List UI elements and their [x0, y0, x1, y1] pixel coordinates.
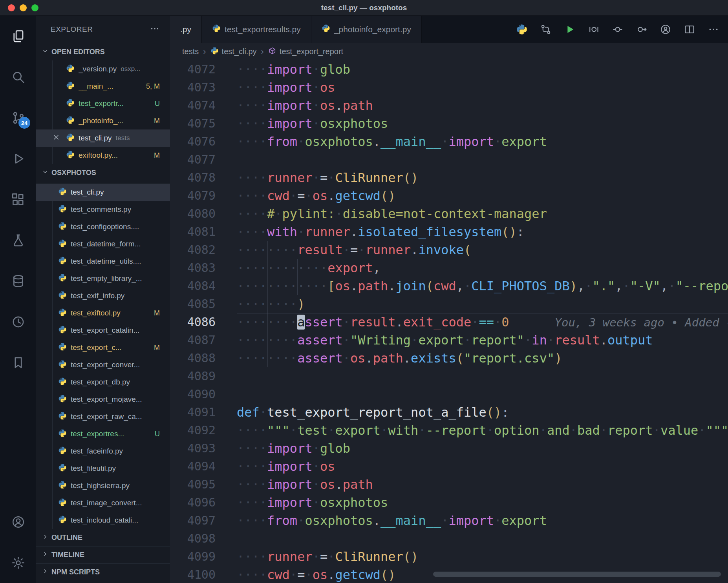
horizontal-scrollbar[interactable]	[433, 572, 721, 577]
extensions-icon[interactable]	[0, 179, 36, 220]
run-python-file-icon[interactable]	[564, 24, 576, 35]
section-header-npm-scripts[interactable]: NPM SCRIPTS	[36, 563, 170, 581]
files-section-header[interactable]: OSXPHOTOS	[36, 164, 170, 181]
code-line-4083[interactable]: 4083············export,	[170, 259, 728, 277]
line-number[interactable]: 4076	[170, 133, 237, 151]
settings-icon[interactable]	[0, 542, 36, 583]
more-actions-icon[interactable]	[150, 24, 160, 36]
close-editor-icon[interactable]	[52, 133, 60, 144]
file-tree-item[interactable]: test_exif_info.py	[36, 287, 170, 304]
file-tree-item[interactable]: test_image_convert...	[36, 494, 170, 512]
line-number[interactable]: 4092	[170, 421, 237, 439]
interactive-window-left-icon[interactable]	[588, 24, 600, 35]
line-number[interactable]: 4073	[170, 78, 237, 97]
code-line-4076[interactable]: 4076····from·osxphotos.__main__·import·e…	[170, 133, 728, 151]
code-line-4099[interactable]: 4099····runner·=·CliRunner()	[170, 548, 728, 566]
code-line-4081[interactable]: 4081····with·runner.isolated_filesystem(…	[170, 223, 728, 241]
code-line-4093[interactable]: 4093····import·glob	[170, 439, 728, 457]
code-line-4080[interactable]: 4080····#·pylint:·disable=not-context-ma…	[170, 205, 728, 223]
breadcrumb-item[interactable]: tests	[182, 47, 199, 56]
line-number[interactable]: 4075	[170, 115, 237, 133]
file-tree-item[interactable]: test_comments.py	[36, 201, 170, 218]
code-line-4089[interactable]: 4089	[170, 367, 728, 385]
code-line-4097[interactable]: 4097····from·osxphotos.__main__·import·e…	[170, 512, 728, 530]
line-number[interactable]: 4078	[170, 169, 237, 187]
explorer-icon[interactable]	[0, 16, 36, 56]
line-number[interactable]: 4097	[170, 512, 237, 530]
testing-icon[interactable]	[0, 220, 36, 261]
open-editor-item[interactable]: _version.pyosxp...	[36, 60, 170, 78]
line-number[interactable]: 4085	[170, 295, 237, 313]
account-icon[interactable]	[0, 501, 36, 542]
line-number[interactable]: 4083	[170, 259, 237, 277]
code-line-4082[interactable]: 4082········result·=·runner.invoke(	[170, 241, 728, 259]
code-line-4075[interactable]: 4075····import·osxphotos	[170, 115, 728, 133]
editor-tab[interactable]: test_exportresults.py	[202, 16, 311, 43]
file-tree-item[interactable]: test_export_conver...	[36, 356, 170, 373]
file-tree-item[interactable]: test_fileutil.py	[36, 460, 170, 477]
file-tree-item[interactable]: test_cli.py	[36, 184, 170, 201]
run-and-debug-icon[interactable]	[0, 138, 36, 179]
section-header-timeline[interactable]: TIMELINE	[36, 546, 170, 563]
code-line-4072[interactable]: 4072····import·glob	[170, 60, 728, 78]
line-number[interactable]: 4088	[170, 349, 237, 367]
file-tree-item[interactable]: test_faceinfo.py	[36, 443, 170, 460]
breadcrumb-item[interactable]: test_export_report	[268, 47, 343, 57]
editor-tab[interactable]: _photoinfo_export.py	[311, 16, 422, 43]
breadcrumb-item[interactable]: test_cli.py	[210, 47, 257, 57]
line-number[interactable]: 4081	[170, 223, 237, 241]
compare-changes-icon[interactable]	[540, 24, 552, 35]
code-line-4077[interactable]: 4077	[170, 151, 728, 169]
interactive-window-icon[interactable]	[612, 24, 624, 35]
file-tree-item[interactable]: test_export_catalin...	[36, 322, 170, 339]
code-editor[interactable]: 4072····import·glob4073····import·os4074…	[170, 60, 728, 583]
search-icon[interactable]	[0, 56, 36, 97]
file-tree-item[interactable]: test_incloud_catali...	[36, 512, 170, 529]
file-tree-item[interactable]: test_configoptions....	[36, 218, 170, 235]
line-number[interactable]: 4087	[170, 331, 237, 349]
database-icon[interactable]	[0, 261, 36, 301]
line-number[interactable]: 4086	[170, 313, 237, 331]
file-tree-item[interactable]: test_highsierra.py	[36, 477, 170, 494]
open-editor-item[interactable]: test_exportr...U	[36, 95, 170, 112]
more-actions-icon[interactable]	[708, 24, 719, 35]
code-line-4095[interactable]: 4095····import·os.path	[170, 476, 728, 494]
line-number[interactable]: 4099	[170, 548, 237, 566]
file-tree-item[interactable]: test_datetime_form...	[36, 235, 170, 253]
code-line-4092[interactable]: 4092····"""·test·export·with·--report·op…	[170, 421, 728, 439]
line-number[interactable]: 4080	[170, 205, 237, 223]
code-line-4094[interactable]: 4094····import·os	[170, 457, 728, 476]
file-tree-item[interactable]: test_export_c...M	[36, 339, 170, 356]
line-number[interactable]: 4082	[170, 241, 237, 259]
code-line-4098[interactable]: 4098	[170, 530, 728, 548]
open-editor-item[interactable]: test_cli.pytests	[36, 129, 170, 147]
source-control-icon[interactable]: 24	[0, 97, 36, 138]
python-icon[interactable]	[516, 24, 528, 35]
line-number[interactable]: 4093	[170, 439, 237, 457]
file-tree-item[interactable]: test_empty_library_...	[36, 270, 170, 287]
history-icon[interactable]	[0, 301, 36, 342]
open-editors-section-header[interactable]: OPEN EDITORS	[36, 43, 170, 60]
file-tree-item[interactable]: test_exiftool.pyM	[36, 304, 170, 322]
line-number[interactable]: 4072	[170, 60, 237, 78]
file-tree-item[interactable]: test_export_db.py	[36, 373, 170, 391]
line-number[interactable]: 4077	[170, 151, 237, 169]
line-number[interactable]: 4094	[170, 457, 237, 476]
section-header-outline[interactable]: OUTLINE	[36, 529, 170, 546]
code-line-4096[interactable]: 4096····import·osxphotos	[170, 494, 728, 512]
editor-tab[interactable]: .py	[170, 16, 202, 43]
bookmarks-icon[interactable]	[0, 342, 36, 383]
file-tree-item[interactable]: test_datetime_utils....	[36, 253, 170, 270]
line-number[interactable]: 4098	[170, 530, 237, 548]
code-line-4084[interactable]: 4084············[os.path.join(cwd,·CLI_P…	[170, 277, 728, 295]
file-tree-item[interactable]: test_export_mojave...	[36, 391, 170, 408]
line-number[interactable]: 4074	[170, 97, 237, 115]
line-number[interactable]: 4096	[170, 494, 237, 512]
line-number[interactable]: 4079	[170, 187, 237, 205]
code-line-4085[interactable]: 4085········)	[170, 295, 728, 313]
line-number[interactable]: 4091	[170, 403, 237, 421]
line-number[interactable]: 4100	[170, 566, 237, 583]
line-number[interactable]: 4095	[170, 476, 237, 494]
code-line-4078[interactable]: 4078····runner·=·CliRunner()	[170, 169, 728, 187]
code-line-4087[interactable]: 4087········assert·"Writing·export·repor…	[170, 331, 728, 349]
